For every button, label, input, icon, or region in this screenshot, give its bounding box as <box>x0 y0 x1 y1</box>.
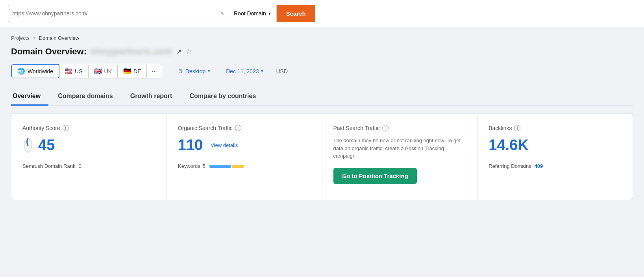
authority-score-value-row: 45 <box>22 137 155 154</box>
de-flag-icon: 🇩🇪 <box>123 67 131 75</box>
authority-score-footer: Semrush Domain Rank 0 <box>22 163 155 169</box>
keywords-bar-yellow <box>232 165 244 168</box>
backlinks-value-row: 14.6K <box>489 137 622 154</box>
organic-search-value: 110 <box>178 137 203 154</box>
device-chevron-icon: ▾ <box>208 69 210 74</box>
referring-domains-label: Referring Domains <box>489 163 531 169</box>
paid-search-label: Paid Search Traffic i <box>333 125 466 131</box>
search-button[interactable]: Search <box>277 5 315 22</box>
page-title-prefix: Domain Overview: <box>11 46 87 57</box>
page-title-row: Domain Overview: ohnypartners.com ↗ ☆ <box>11 46 633 57</box>
device-label: Desktop <box>185 68 205 74</box>
breadcrumb: Projects > Domain Overview <box>11 35 633 41</box>
filter-divider <box>167 66 167 77</box>
chevron-down-icon: ▾ <box>268 11 271 16</box>
device-dropdown[interactable]: 🖥 Desktop ▾ <box>172 65 216 77</box>
star-icon[interactable]: ☆ <box>185 47 192 56</box>
paid-search-card: Paid Search Traffic i The domain may be … <box>322 114 478 200</box>
globe-icon: 🌐 <box>17 67 25 75</box>
authority-score-info-icon[interactable]: i <box>63 125 69 131</box>
date-dropdown[interactable]: Dec 11, 2023 ▾ <box>220 65 269 77</box>
authority-score-card: Authority Score i 45 Semrush Domain Rank… <box>11 114 167 200</box>
paid-search-info-icon[interactable]: i <box>382 125 389 131</box>
semrush-rank-value: 0 <box>78 163 81 169</box>
authority-score-value: 45 <box>38 137 55 154</box>
uk-flag-icon: 🇬🇧 <box>94 67 102 75</box>
desktop-icon: 🖥 <box>178 68 183 74</box>
backlinks-card: Backlinks i 14.6K Referring Domains 409 <box>477 114 633 200</box>
paid-search-description: The domain may be new or not ranking rig… <box>333 137 466 160</box>
organic-search-card: Organic Search Traffic i 110 View detail… <box>167 114 322 200</box>
filter-row: 🌐 Worldwide 🇺🇸 US 🇬🇧 UK 🇩🇪 DE ··· 🖥 Desk… <box>11 64 633 78</box>
search-input-wrap: × <box>8 5 228 22</box>
backlinks-info-icon[interactable]: i <box>514 125 520 131</box>
geo-tab-worldwide[interactable]: 🌐 Worldwide <box>11 64 59 78</box>
organic-search-label: Organic Search Traffic i <box>178 125 311 131</box>
geo-tab-de-label: DE <box>133 68 141 74</box>
keywords-value: 5 <box>203 163 205 169</box>
keywords-bar-blue <box>209 165 231 168</box>
geo-tab-more[interactable]: ··· <box>147 65 161 78</box>
referring-domains-footer: Referring Domains 409 <box>489 163 622 169</box>
breadcrumb-current: Domain Overview <box>39 35 80 41</box>
external-link-icon[interactable]: ↗ <box>176 48 181 56</box>
tab-growth-report[interactable]: Growth report <box>129 88 180 106</box>
referring-domains-value: 409 <box>535 163 543 169</box>
date-chevron-icon: ▾ <box>261 69 263 74</box>
geo-tab-worldwide-label: Worldwide <box>28 68 53 74</box>
breadcrumb-parent[interactable]: Projects <box>11 35 30 41</box>
breadcrumb-separator: > <box>33 35 36 41</box>
backlinks-value: 14.6K <box>489 137 528 154</box>
tab-compare-domains[interactable]: Compare domains <box>56 88 121 106</box>
geo-tab-us[interactable]: 🇺🇸 US <box>59 65 88 78</box>
geo-tab-uk-label: UK <box>104 68 112 74</box>
semrush-rank-label: Semrush Domain Rank <box>22 163 75 169</box>
clear-icon[interactable]: × <box>220 10 224 17</box>
authority-score-label: Authority Score i <box>22 125 155 131</box>
backlinks-label: Backlinks i <box>489 125 622 131</box>
currency-label: USD <box>274 68 290 74</box>
domain-name: ohnypartners.com <box>91 46 172 57</box>
cards-section: Authority Score i 45 Semrush Domain Rank… <box>11 113 633 200</box>
header-bar: × Root Domain ▾ Search <box>0 0 644 27</box>
organic-search-value-row: 110 View details <box>178 137 311 154</box>
root-domain-label: Root Domain <box>234 10 266 17</box>
main-content: Projects > Domain Overview Domain Overvi… <box>0 27 644 208</box>
organic-search-info-icon[interactable]: i <box>235 125 241 131</box>
view-details-link[interactable]: View details <box>211 142 238 148</box>
geo-tabs: 🌐 Worldwide 🇺🇸 US 🇬🇧 UK 🇩🇪 DE ··· <box>11 64 162 78</box>
date-label: Dec 11, 2023 <box>226 68 259 74</box>
geo-tab-uk[interactable]: 🇬🇧 UK <box>89 65 118 78</box>
tab-compare-countries[interactable]: Compare by countries <box>188 88 264 106</box>
geo-tab-us-label: US <box>75 68 82 74</box>
tab-overview[interactable]: Overview <box>11 88 48 106</box>
geo-tab-de[interactable]: 🇩🇪 DE <box>118 65 147 78</box>
keywords-label: Keywords <box>178 163 200 169</box>
tabs-nav: Overview Compare domains Growth report C… <box>11 88 633 106</box>
us-flag-icon: 🇺🇸 <box>65 67 72 75</box>
keywords-footer: Keywords 5 <box>178 163 311 169</box>
authority-score-gauge-icon <box>22 137 33 154</box>
search-input[interactable] <box>12 10 217 17</box>
go-to-position-tracking-button[interactable]: Go to Position Tracking <box>333 168 417 184</box>
root-domain-button[interactable]: Root Domain ▾ <box>228 5 277 22</box>
